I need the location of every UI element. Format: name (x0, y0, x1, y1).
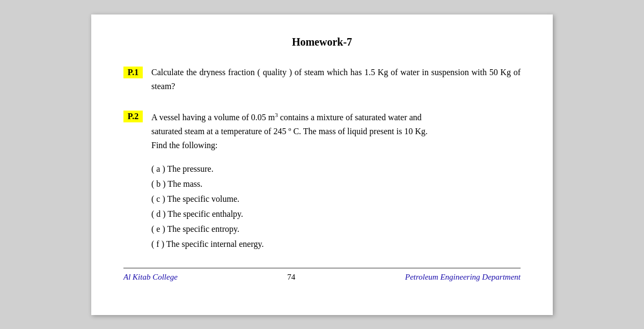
page-title: Homework-7 (123, 36, 521, 48)
problem-2-text: A vessel having a volume of 0.05 m3 cont… (151, 109, 521, 252)
sub-item-b: ( b ) The mass. (151, 177, 521, 192)
problem-2-line3: Find the following: (151, 141, 218, 150)
footer: Al Kitab College 74 Petroleum Engineerin… (123, 268, 521, 282)
sub-item-e: ( e ) The specific entropy. (151, 222, 521, 237)
problem-1-block: P.1 Calculate the dryness fraction ( qua… (123, 65, 521, 94)
problem-2-line1: A vessel having a volume of 0.05 m3 cont… (151, 113, 422, 122)
problem-1-label: P.1 (123, 67, 143, 78)
sub-items-list: ( a ) The pressure. ( b ) The mass. ( c … (151, 162, 521, 252)
footer-department-name: Petroleum Engineering Department (405, 273, 521, 282)
footer-college-name: Al Kitab College (123, 273, 178, 282)
superscript-3: 3 (275, 111, 278, 118)
page: Homework-7 P.1 Calculate the dryness fra… (91, 14, 553, 315)
sub-item-c: ( c ) The specific volume. (151, 192, 521, 207)
problem-2-line2: saturated steam at a temperature of 245 … (151, 127, 428, 136)
sub-item-a: ( a ) The pressure. (151, 162, 521, 177)
sub-item-f: ( f ) The specific internal energy. (151, 237, 521, 252)
sub-item-d: ( d ) The specific enthalpy. (151, 207, 521, 222)
problem-2-block: P.2 A vessel having a volume of 0.05 m3 … (123, 109, 521, 252)
footer-page-number: 74 (287, 273, 295, 282)
problem-2-label: P.2 (123, 111, 143, 122)
problem-1-text: Calculate the dryness fraction ( quality… (151, 65, 521, 94)
